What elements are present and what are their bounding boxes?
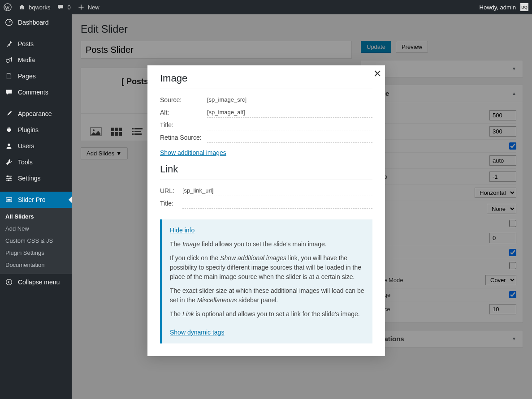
dashboard-icon — [4, 18, 13, 27]
link-title-label: Title: — [160, 200, 182, 209]
source-input[interactable]: [sp_image_src] — [207, 96, 372, 105]
sidebar-label: Slider Pro — [18, 196, 45, 203]
wrench-icon — [4, 158, 13, 167]
sidebar-item-plugins[interactable]: Plugins — [0, 122, 72, 138]
submenu-documentation[interactable]: Documentation — [0, 259, 72, 271]
submenu: All Sliders Add New Custom CSS & JS Plug… — [0, 208, 72, 274]
new-link[interactable]: New — [77, 3, 99, 11]
admin-bar: bqworks 0 New Howdy, admin BQ — [0, 0, 532, 14]
sidebar-item-tools[interactable]: Tools — [0, 154, 72, 170]
comments-link[interactable]: 0 — [56, 3, 70, 11]
collapse-label: Collapse menu — [18, 279, 60, 286]
source-label: Source: — [160, 96, 207, 105]
admin-sidebar: Dashboard Posts Media Pages Comments App… — [0, 14, 72, 399]
sidebar-label: Plugins — [18, 126, 39, 133]
svg-point-6 — [8, 180, 9, 181]
sidebar-item-sliderpro[interactable]: Slider Pro — [0, 192, 72, 208]
sidebar-item-appearance[interactable]: Appearance — [0, 106, 72, 122]
sidebar-label: Users — [18, 142, 35, 150]
home-icon — [18, 3, 26, 11]
site-link[interactable]: bqworks — [18, 3, 50, 11]
brush-icon — [4, 109, 13, 118]
howdy-text[interactable]: Howdy, admin — [480, 4, 516, 11]
info-p1: The Image field allows you to set the sl… — [170, 240, 364, 249]
new-label: New — [88, 4, 99, 11]
svg-point-3 — [8, 144, 10, 146]
modal-link-heading: Link — [160, 156, 372, 180]
svg-point-5 — [9, 177, 11, 179]
sidebar-item-users[interactable]: Users — [0, 138, 72, 154]
show-dynamic-tags-link[interactable]: Show dynamic tags — [170, 328, 224, 337]
submenu-plugin-settings[interactable]: Plugin Settings — [0, 247, 72, 259]
sidebar-item-settings[interactable]: Settings — [0, 170, 72, 186]
submenu-custom-css[interactable]: Custom CSS & JS — [0, 235, 72, 247]
info-box: Hide info The Image field allows you to … — [160, 219, 372, 343]
plugin-icon — [4, 125, 13, 134]
comment-count: 0 — [67, 4, 70, 11]
info-p4: The Link is optional and allows you to s… — [170, 309, 364, 319]
info-p2: If you click on the Show additional imag… — [170, 253, 364, 282]
show-additional-link[interactable]: Show additional images — [160, 149, 226, 156]
sidebar-item-media[interactable]: Media — [0, 52, 72, 68]
retina-input[interactable] — [207, 134, 372, 143]
wordpress-icon — [4, 3, 12, 11]
submenu-all-sliders[interactable]: All Sliders — [0, 210, 72, 223]
collapse-menu[interactable]: Collapse menu — [0, 274, 72, 290]
plus-icon — [77, 3, 85, 11]
title-label: Title: — [160, 121, 207, 130]
svg-point-9 — [6, 279, 12, 285]
submenu-add-new[interactable]: Add New — [0, 223, 72, 235]
slider-icon — [4, 195, 13, 204]
url-input[interactable]: [sp_link_url] — [182, 187, 372, 196]
retina-label: Retina Source: — [160, 134, 207, 143]
sidebar-label: Tools — [18, 159, 33, 166]
hide-info-link[interactable]: Hide info — [170, 226, 195, 235]
url-label: URL: — [160, 187, 182, 196]
close-icon[interactable]: ✕ — [373, 68, 381, 80]
sidebar-label: Appearance — [18, 110, 52, 117]
avatar[interactable]: BQ — [520, 3, 528, 11]
sidebar-item-posts[interactable]: Posts — [0, 36, 72, 52]
link-title-input[interactable] — [182, 200, 372, 209]
wp-logo[interactable] — [4, 3, 12, 11]
svg-rect-8 — [7, 199, 10, 201]
title-input[interactable] — [207, 121, 372, 130]
sidebar-label: Posts — [18, 40, 34, 47]
sidebar-item-dashboard[interactable]: Dashboard — [0, 14, 72, 30]
site-name: bqworks — [29, 4, 50, 11]
sidebar-label: Settings — [18, 175, 41, 182]
sidebar-label: Pages — [18, 73, 36, 80]
image-modal: ✕ Image Source:[sp_image_src] Alt:[sp_im… — [147, 65, 385, 356]
svg-point-4 — [7, 176, 9, 177]
sliders-icon — [4, 174, 13, 183]
alt-label: Alt: — [160, 109, 207, 118]
collapse-icon — [4, 278, 13, 287]
sidebar-item-pages[interactable]: Pages — [0, 68, 72, 84]
info-p3: The exact slider size at which these add… — [170, 286, 364, 305]
media-icon — [4, 56, 13, 64]
sidebar-label: Comments — [18, 89, 48, 96]
pin-icon — [4, 39, 13, 48]
comments-icon — [4, 88, 13, 97]
sidebar-label: Dashboard — [18, 19, 49, 26]
page-icon — [4, 72, 13, 81]
modal-image-heading: Image — [160, 65, 372, 89]
sidebar-item-comments[interactable]: Comments — [0, 84, 72, 100]
user-icon — [4, 142, 13, 150]
sidebar-label: Media — [18, 56, 35, 64]
alt-input[interactable]: [sp_image_alt] — [207, 109, 372, 118]
comment-icon — [56, 3, 65, 11]
